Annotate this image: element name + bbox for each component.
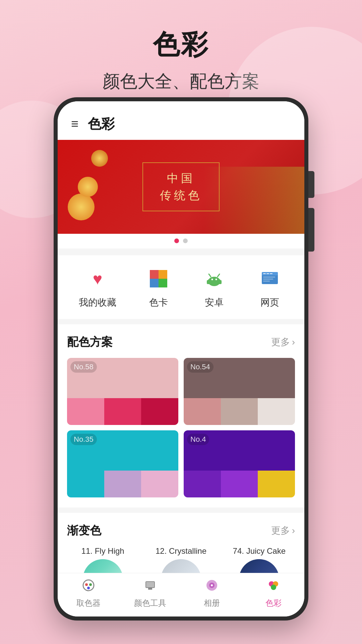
- firework-3: [91, 150, 108, 167]
- svg-line-8: [209, 274, 211, 277]
- svg-rect-2: [150, 279, 159, 287]
- banner-dots: [58, 234, 304, 245]
- swatch-35-1: [67, 471, 104, 497]
- swatch-58-2: [104, 398, 141, 425]
- swatch-35-3: [141, 471, 178, 497]
- color-tools-icon: [143, 579, 157, 595]
- palette-card-54[interactable]: No.54: [184, 358, 295, 425]
- nav-color-picker-label: 取色器: [76, 598, 101, 608]
- nav-color-picker[interactable]: 取色器: [58, 579, 119, 608]
- palette-no-58: No.58: [70, 361, 97, 373]
- svg-rect-1: [159, 270, 167, 279]
- banner-text-box: 中国 传统色: [142, 162, 220, 211]
- palette-top-35: No.35: [67, 430, 178, 471]
- svg-point-21: [85, 583, 88, 586]
- nav-color-tools-label: 颜色工具: [134, 598, 166, 608]
- chevron-right-icon-2: ›: [292, 525, 295, 536]
- svg-rect-5: [208, 279, 220, 284]
- palette-card-35[interactable]: No.35: [67, 430, 178, 497]
- gradient-list: 11. Fly High 12. Crystalline 74. Juicy C…: [67, 546, 295, 573]
- svg-point-22: [89, 583, 92, 586]
- gradient-section-header: 渐变色 更多 ›: [67, 523, 295, 538]
- heart-icon: ♥: [84, 265, 111, 292]
- gradient-more-btn[interactable]: 更多 ›: [271, 524, 295, 537]
- svg-line-9: [218, 274, 220, 277]
- svg-rect-25: [146, 582, 154, 587]
- palette-no-4: No.4: [187, 434, 209, 445]
- phone-frame: ≡ 色彩 中国 传统色: [54, 97, 308, 621]
- palette-grid: No.58 No.54: [67, 358, 295, 497]
- palette-more-btn[interactable]: 更多 ›: [271, 336, 295, 348]
- dot-1[interactable]: [174, 238, 179, 243]
- palette-section-header: 配色方案 更多 ›: [67, 334, 295, 350]
- web-icon: [256, 265, 283, 292]
- palette-icon: [145, 265, 172, 292]
- svg-rect-15: [266, 273, 269, 274]
- gradient-item-juicy-cake[interactable]: 74. Juicy Cake: [224, 546, 295, 573]
- category-row: ♥ 我的收藏 色卡: [58, 255, 304, 319]
- svg-rect-19: [263, 281, 270, 281]
- svg-rect-11: [220, 280, 222, 284]
- swatch-4-2: [221, 471, 258, 497]
- android-icon: [201, 265, 228, 292]
- gradient-circle-crystalline: [161, 559, 201, 573]
- top-bar: ≡ 色彩: [58, 101, 304, 140]
- svg-rect-14: [263, 273, 266, 274]
- nav-colors[interactable]: 色彩: [243, 579, 304, 608]
- gradient-label-juicy-cake: 74. Juicy Cake: [233, 546, 286, 556]
- scroll-content[interactable]: 中国 传统色 ♥ 我的收藏: [58, 140, 304, 573]
- cat-color-card-label: 色卡: [149, 296, 168, 309]
- gradient-circle-juicy-cake: [239, 559, 279, 573]
- power-button: [308, 208, 314, 252]
- svg-point-23: [87, 587, 90, 589]
- svg-rect-18: [263, 279, 273, 279]
- svg-rect-26: [148, 588, 152, 590]
- banner-image[interactable]: 中国 传统色: [58, 140, 304, 234]
- nav-colors-label: 色彩: [265, 598, 282, 608]
- gradient-circle-fly-high: [83, 559, 123, 573]
- banner-area: 中国 传统色: [58, 140, 304, 249]
- dot-2[interactable]: [183, 238, 188, 243]
- cat-web-label: 网页: [260, 296, 279, 309]
- palette-card-58[interactable]: No.58: [67, 358, 178, 425]
- swatch-4-1: [184, 471, 221, 497]
- palette-card-4[interactable]: No.4: [184, 430, 295, 497]
- chevron-right-icon: ›: [292, 337, 295, 347]
- swatch-4-3: [258, 471, 295, 497]
- gradient-item-fly-high[interactable]: 11. Fly High: [67, 546, 138, 573]
- cat-web[interactable]: 网页: [256, 265, 283, 309]
- gradient-label-fly-high: 11. Fly High: [81, 546, 124, 556]
- appbar-title: 色彩: [88, 115, 115, 133]
- cat-favorites[interactable]: ♥ 我的收藏: [79, 265, 116, 309]
- album-icon: [205, 579, 219, 595]
- svg-point-6: [212, 279, 213, 280]
- nav-album[interactable]: 相册: [181, 579, 243, 608]
- firework-2: [78, 177, 98, 197]
- svg-rect-3: [159, 279, 167, 287]
- cat-android[interactable]: 安卓: [201, 265, 228, 309]
- svg-rect-17: [263, 277, 275, 277]
- firework-1: [68, 194, 95, 220]
- swatch-54-2: [221, 398, 258, 425]
- swatch-35-2: [104, 471, 141, 497]
- gradient-item-crystalline[interactable]: 12. Crystalline: [145, 546, 217, 573]
- palette-section-title: 配色方案: [67, 334, 113, 350]
- svg-rect-0: [150, 270, 159, 279]
- swatch-54-3: [258, 398, 295, 425]
- nav-color-tools[interactable]: 颜色工具: [119, 579, 181, 608]
- palette-section: 配色方案 更多 › No.58: [58, 324, 304, 507]
- phone-screen: ≡ 色彩 中国 传统色: [58, 101, 304, 616]
- palette-top-4: No.4: [184, 430, 295, 471]
- bottom-nav: 取色器 颜色工具: [58, 573, 304, 616]
- palette-no-54: No.54: [187, 361, 214, 373]
- volume-button: [308, 171, 314, 198]
- cat-color-card[interactable]: 色卡: [145, 265, 172, 309]
- palette-top-54: No.54: [184, 358, 295, 398]
- gradient-section: 渐变色 更多 › 11. Fly High 12. Crystalline: [58, 513, 304, 573]
- palette-no-35: No.35: [70, 434, 97, 445]
- palette-top-58: No.58: [67, 358, 178, 398]
- swatch-58-1: [67, 398, 104, 425]
- menu-icon[interactable]: ≡: [71, 117, 78, 131]
- banner-line2: 传统色: [160, 187, 202, 204]
- app-screen: ≡ 色彩 中国 传统色: [58, 101, 304, 616]
